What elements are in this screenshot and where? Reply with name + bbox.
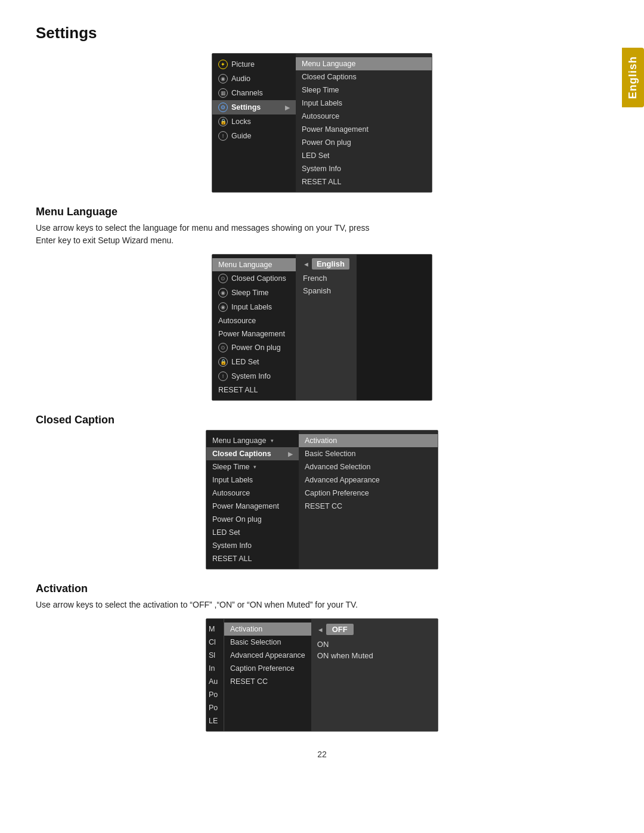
lang-english: English <box>312 258 349 270</box>
right-led-set: LED Set <box>296 149 432 162</box>
screenshot3: Menu Language▾ Closed Captions ▶ Sleep T… <box>206 430 438 569</box>
english-tab: English <box>622 48 644 107</box>
right-sleep-time: Sleep Time <box>296 83 432 97</box>
s3-reset-all: RESET ALL <box>206 552 299 565</box>
s3-input-labels: Input Labels <box>206 473 299 487</box>
s2-power-management: Power Management <box>212 327 296 340</box>
activation-on: ON <box>317 639 432 650</box>
screenshot4-right: ◄ OFF ON ON when Muted <box>311 619 438 731</box>
right-power-management: Power Management <box>296 123 432 136</box>
right-input-labels: Input Labels <box>296 97 432 110</box>
s2-icon1: ⊙ <box>218 274 228 283</box>
s2-system-info: ! System Info <box>212 369 296 383</box>
right-closed-captions: Closed Captions <box>296 70 432 83</box>
screenshot4-left: Activation Basic Selection Advanced Appe… <box>224 619 311 731</box>
s4-reset-cc: RESET CC <box>224 675 311 688</box>
page-number: 22 <box>36 750 608 759</box>
s2-led-set: 🔒 LED Set <box>212 355 296 369</box>
closed-caption-heading: Closed Caption <box>36 414 608 426</box>
screenshot1-wrapper: ✦ Picture ◉ Audio ▦ Channels ⊙ Settings … <box>36 53 608 193</box>
s2-icon6: ! <box>218 371 228 381</box>
activation-on-when-muted: ON when Muted <box>317 650 432 661</box>
screenshot1-right: Menu Language Closed Captions Sleep Time… <box>296 54 432 192</box>
s2-reset-all: RESET ALL <box>212 383 296 397</box>
s3-system-info: System Info <box>206 539 299 552</box>
s2-icon3: ◉ <box>218 302 228 312</box>
s3-advanced-selection: Advanced Selection <box>299 460 438 473</box>
menu-item-picture: ✦ Picture <box>212 57 296 72</box>
s4-caption-preference: Caption Preference <box>224 662 311 675</box>
lang-french: French <box>303 272 349 284</box>
s2-sleep-time: ◉ Sleep Time <box>212 286 296 300</box>
menu-item-guide: ! Guide <box>212 129 296 143</box>
screenshot1: ✦ Picture ◉ Audio ▦ Channels ⊙ Settings … <box>212 53 432 193</box>
screenshot3-right: Activation Basic Selection Advanced Sele… <box>299 431 438 569</box>
page-container: English Settings ✦ Picture ◉ Audio ▦ Cha… <box>0 0 644 783</box>
activation-off: OFF <box>326 624 354 635</box>
s4-partial-po2: Po <box>206 701 224 714</box>
s2-icon2: ◉ <box>218 288 228 298</box>
s4-partial-cl: Cl <box>206 636 224 649</box>
s3-caption-preference: Caption Preference <box>299 487 438 500</box>
right-menu-language: Menu Language <box>296 57 432 70</box>
s2-power-on-plug: ⊙ Power On plug <box>212 340 296 355</box>
s3-autosource: Autosource <box>206 487 299 500</box>
s2-input-labels: ◉ Input Labels <box>212 300 296 314</box>
s2-autosource: Autosource <box>212 314 296 327</box>
s3-power-management: Power Management <box>206 500 299 513</box>
s4-activation: Activation <box>224 623 311 636</box>
screenshot2: Menu Language ⊙ Closed Captions ◉ Sleep … <box>212 254 432 401</box>
s3-arrow: ▶ <box>288 451 293 457</box>
right-autosource: Autosource <box>296 110 432 123</box>
s2-icon5: 🔒 <box>218 357 228 367</box>
s4-partial-po1: Po <box>206 688 224 701</box>
guide-icon: ! <box>218 131 228 141</box>
sun-icon: ✦ <box>218 60 228 69</box>
s2-icon4: ⊙ <box>218 343 228 352</box>
lang-spanish: Spanish <box>303 284 349 297</box>
s2-closed-captions: ⊙ Closed Captions <box>212 271 296 286</box>
lang-arrow: ◄ English <box>303 258 349 270</box>
right-system-info: System Info <box>296 162 432 175</box>
s3-menu-language: Menu Language▾ <box>206 434 299 447</box>
s2-menu-language: Menu Language <box>212 258 296 271</box>
arrow-icon: ▶ <box>285 104 290 111</box>
s4-partial-m: M <box>206 623 224 636</box>
s4-advanced-appearance: Advanced Appearance <box>224 649 311 662</box>
s4-partial-sl: Sl <box>206 649 224 662</box>
menu-item-settings: ⊙ Settings ▶ <box>212 100 296 114</box>
s3-power-on-plug: Power On plug <box>206 513 299 526</box>
page-title: Settings <box>36 24 608 42</box>
screenshot4-wrapper: M Cl Sl In Au Po Po LE Activation Basic … <box>36 618 608 732</box>
s4-partial-au: Au <box>206 675 224 688</box>
s3-advanced-appearance: Advanced Appearance <box>299 473 438 487</box>
right-reset-all: RESET ALL <box>296 175 432 188</box>
right-power-on-plug: Power On plug <box>296 136 432 149</box>
screenshot4-partial: M Cl Sl In Au Po Po LE <box>206 619 224 731</box>
s3-reset-cc: RESET CC <box>299 500 438 513</box>
audio-icon: ◉ <box>218 74 228 83</box>
locks-icon: 🔒 <box>218 117 228 126</box>
menu-item-locks: 🔒 Locks <box>212 114 296 129</box>
activation-arrow-row: ◄ OFF <box>317 624 432 635</box>
settings-icon: ⊙ <box>218 103 228 112</box>
s3-sleep-time: Sleep Time ▾ <box>206 460 299 473</box>
screenshot3-left: Menu Language▾ Closed Captions ▶ Sleep T… <box>206 431 299 569</box>
screenshot2-right: ◄ English French Spanish <box>296 255 357 400</box>
screenshot4: M Cl Sl In Au Po Po LE Activation Basic … <box>206 618 438 732</box>
screenshot2-wrapper: Menu Language ⊙ Closed Captions ◉ Sleep … <box>36 254 608 401</box>
s4-basic-selection: Basic Selection <box>224 636 311 649</box>
activation-desc: Use arrow keys to select the activation … <box>36 599 608 611</box>
menu-language-heading: Menu Language <box>36 206 608 218</box>
activation-heading: Activation <box>36 583 608 595</box>
menu-language-desc: Use arrow keys to select the language fo… <box>36 222 608 247</box>
menu-item-audio: ◉ Audio <box>212 72 296 86</box>
s3-activation: Activation <box>299 434 438 447</box>
menu-item-channels: ▦ Channels <box>212 86 296 100</box>
screenshot1-left: ✦ Picture ◉ Audio ▦ Channels ⊙ Settings … <box>212 54 296 192</box>
channels-icon: ▦ <box>218 88 228 98</box>
screenshot2-left: Menu Language ⊙ Closed Captions ◉ Sleep … <box>212 255 296 400</box>
s3-closed-captions: Closed Captions ▶ <box>206 447 299 460</box>
screenshot3-wrapper: Menu Language▾ Closed Captions ▶ Sleep T… <box>36 430 608 569</box>
s4-partial-le: LE <box>206 714 224 727</box>
